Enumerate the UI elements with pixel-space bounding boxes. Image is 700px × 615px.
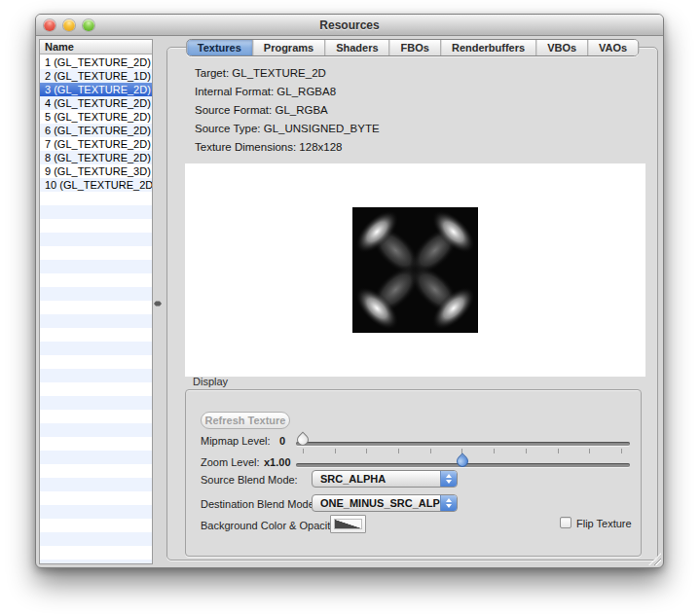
tab-bar: TexturesProgramsShadersFBOsRenderbuffers… — [186, 39, 639, 56]
list-item[interactable]: 1 (GL_TEXTURE_2D) — [40, 55, 152, 69]
tick-mark — [335, 449, 336, 453]
display-group: Refresh Texture Mipmap Level: 0 Zoom Lev… — [185, 389, 642, 557]
flip-texture-checkbox[interactable] — [560, 517, 571, 528]
tick-mark — [526, 449, 527, 453]
info-dimensions: Texture Dimensions: 128x128 — [195, 138, 380, 157]
background-color-label: Background Color & Opacity: — [201, 520, 339, 531]
tab-vaos[interactable]: VAOs — [587, 40, 638, 55]
tab-programs[interactable]: Programs — [252, 40, 324, 55]
tick-mark — [398, 449, 399, 453]
info-source-format: Source Format: GL_RGBA — [195, 101, 380, 120]
dest-blend-value: ONE_MINUS_SRC_ALPHA — [320, 495, 456, 512]
popup-arrows-icon — [440, 495, 457, 511]
texture-preview-area[interactable] — [185, 163, 645, 377]
zoom-level-value: x1.00 — [264, 456, 291, 468]
resources-window: Resources Name 1 (GL_TEXTURE_2D)2 (GL_TE… — [35, 14, 664, 568]
list-item[interactable]: 2 (GL_TEXTURE_1D) — [40, 69, 152, 83]
resource-list-pane: Name 1 (GL_TEXTURE_2D)2 (GL_TEXTURE_1D)3… — [39, 39, 153, 564]
tab-vbos[interactable]: VBOs — [535, 40, 587, 55]
source-blend-value: SRC_ALPHA — [320, 471, 386, 488]
tab-fbos[interactable]: FBOs — [389, 40, 440, 55]
title-bar[interactable]: Resources — [36, 15, 663, 36]
tab-shaders[interactable]: Shaders — [324, 40, 388, 55]
source-blend-label: Source Blend Mode: — [201, 474, 298, 486]
color-swatch-icon — [334, 519, 362, 529]
list-item[interactable]: 10 (GL_TEXTURE_2D) — [40, 178, 152, 192]
tick-mark — [303, 449, 304, 453]
texture-image — [352, 207, 478, 333]
source-blend-select[interactable]: SRC_ALPHA — [312, 470, 458, 488]
dest-blend-select[interactable]: ONE_MINUS_SRC_ALPHA — [312, 494, 458, 512]
popup-arrows-icon — [440, 471, 457, 487]
zoom-level-label: Zoom Level: — [201, 456, 260, 468]
tick-mark — [558, 449, 559, 453]
mipmap-level-value: 0 — [270, 435, 285, 447]
tick-mark — [430, 449, 431, 453]
mipmap-slider-track[interactable] — [296, 442, 630, 446]
tab-content-panel: TexturesProgramsShadersFBOsRenderbuffers… — [166, 47, 658, 561]
tick-mark — [366, 449, 367, 453]
list-item[interactable]: 3 (GL_TEXTURE_2D) — [40, 83, 152, 96]
window-content: Name 1 (GL_TEXTURE_2D)2 (GL_TEXTURE_1D)3… — [36, 36, 663, 567]
tick-mark — [494, 449, 495, 453]
tab-renderbuffers[interactable]: Renderbuffers — [440, 40, 535, 55]
info-source-type: Source Type: GL_UNSIGNED_BYTE — [195, 120, 380, 138]
list-item[interactable]: 6 (GL_TEXTURE_2D) — [40, 124, 152, 137]
refresh-texture-button[interactable]: Refresh Texture — [201, 412, 290, 429]
list-item[interactable]: 8 (GL_TEXTURE_2D) — [40, 151, 152, 164]
window-title: Resources — [36, 15, 663, 36]
list-item[interactable]: 9 (GL_TEXTURE_3D) — [40, 164, 152, 178]
tick-mark — [589, 449, 590, 453]
texture-list[interactable]: 1 (GL_TEXTURE_2D)2 (GL_TEXTURE_1D)3 (GL_… — [40, 55, 152, 563]
background-color-well[interactable] — [330, 515, 366, 533]
list-item[interactable]: 5 (GL_TEXTURE_2D) — [40, 110, 152, 124]
display-group-label: Display — [193, 376, 228, 387]
info-internal-format: Internal Format: GL_RGBA8 — [195, 83, 380, 101]
tick-mark — [621, 449, 622, 453]
info-target: Target: GL_TEXTURE_2D — [195, 64, 380, 83]
splitter-handle[interactable] — [154, 301, 162, 307]
list-header-name[interactable]: Name — [40, 40, 152, 54]
dest-blend-label: Destination Blend Mode: — [201, 498, 317, 510]
mipmap-level-label: Mipmap Level: — [201, 435, 271, 447]
flip-texture-label: Flip Texture — [576, 518, 632, 529]
texture-info: Target: GL_TEXTURE_2DInternal Format: GL… — [195, 64, 380, 157]
tab-textures[interactable]: Textures — [187, 40, 252, 55]
list-item[interactable]: 7 (GL_TEXTURE_2D) — [40, 137, 152, 151]
list-item[interactable]: 4 (GL_TEXTURE_2D) — [40, 96, 152, 110]
